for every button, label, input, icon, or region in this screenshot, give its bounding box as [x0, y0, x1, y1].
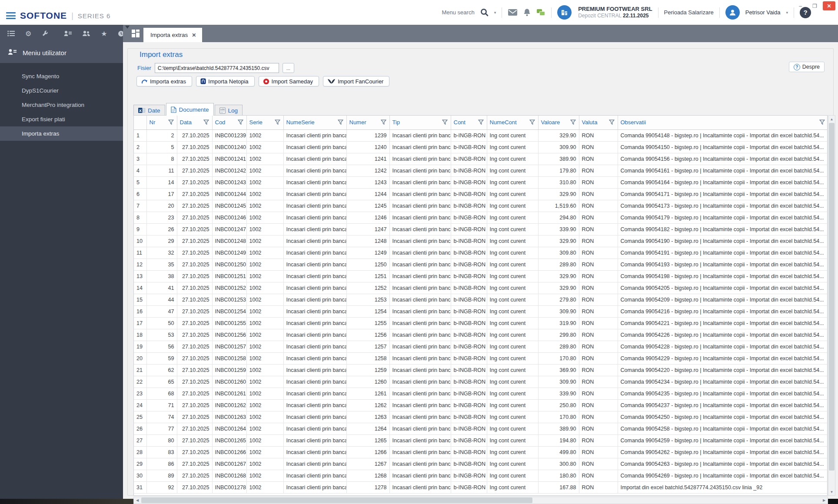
cell-valoare[interactable]: 329.90 — [538, 270, 579, 282]
cell-tip[interactable]: Incasari clienti prin banca — [389, 423, 451, 434]
cell-nr[interactable]: 59 — [146, 352, 177, 364]
cell-numer[interactable]: 1265 — [346, 434, 389, 446]
cell-observatii[interactable]: Comanda 99054164 - bigstep.ro | Incaltam… — [618, 176, 828, 188]
mail-icon[interactable] — [508, 9, 518, 16]
cell-numecont[interactable]: Ing cont curent — [487, 352, 538, 364]
cell-nr[interactable]: 83 — [146, 446, 177, 458]
cell-rowindex[interactable]: 29 — [134, 458, 146, 470]
scroll-down-icon[interactable]: ▼ — [828, 488, 835, 495]
cell-tip[interactable]: Incasari clienti prin banca — [389, 341, 451, 352]
table-row[interactable]: 308927.10.2025INBC0012681002Incasari cli… — [134, 470, 828, 481]
cell-nr[interactable]: 26 — [146, 223, 177, 235]
cell-valoare[interactable]: 250.80 — [538, 399, 579, 411]
cell-cod[interactable]: INBC001262 — [212, 399, 246, 411]
cell-numecont[interactable]: Ing cont curent — [487, 165, 538, 176]
cell-serie[interactable]: 1002 — [246, 235, 283, 247]
tab-documente[interactable]: Documente — [166, 103, 214, 116]
tab-log[interactable]: LOGLog — [215, 105, 243, 116]
cell-numer[interactable]: 1261 — [346, 388, 389, 399]
cell-observatii[interactable]: Comanda 99054190 - bigstep.ro | Incaltam… — [618, 235, 828, 247]
cell-data[interactable]: 27.10.2025 — [177, 188, 212, 200]
cell-observatii[interactable]: Comanda 99054226 - bigstep.ro | Incaltam… — [618, 329, 828, 341]
cell-valoare[interactable]: 289.80 — [538, 259, 579, 270]
cell-numecont[interactable]: Ing cont curent — [487, 364, 538, 376]
cell-nr[interactable]: 86 — [146, 458, 177, 470]
table-row[interactable]: 185327.10.2025INBC0012561002Incasari cli… — [134, 329, 828, 341]
cell-valoare[interactable]: 339.90 — [538, 223, 579, 235]
cell-serie[interactable]: 1002 — [246, 317, 283, 329]
cell-data[interactable]: 27.10.2025 — [177, 434, 212, 446]
cell-data[interactable]: 27.10.2025 — [177, 388, 212, 399]
sidebar-item-merchantpro-integration[interactable]: MerchantPro integration — [0, 98, 123, 112]
cell-nr[interactable]: 92 — [146, 481, 177, 493]
cell-rowindex[interactable]: 17 — [134, 317, 146, 329]
cell-nr[interactable]: 11 — [146, 165, 177, 176]
tools-wrench-icon[interactable] — [42, 30, 48, 37]
table-row[interactable]: 41127.10.2025INBC0012421002Incasari clie… — [134, 165, 828, 176]
cell-serie[interactable]: 1002 — [246, 376, 283, 388]
cell-tip[interactable]: Incasari clienti prin banca — [389, 458, 451, 470]
sidebar-item-importa-extras[interactable]: Importa extras — [0, 126, 123, 141]
cell-data[interactable]: 27.10.2025 — [177, 200, 212, 212]
cell-numer[interactable]: 1249 — [346, 247, 389, 259]
cell-cod[interactable]: INBC001267 — [212, 458, 246, 470]
cell-valuta[interactable]: RON — [579, 341, 618, 352]
search-icon[interactable] — [480, 8, 489, 17]
cell-tip[interactable]: Incasari clienti prin banca — [389, 388, 451, 399]
cell-tip[interactable]: Incasari clienti prin banca — [389, 376, 451, 388]
cell-numer[interactable]: 1251 — [346, 270, 389, 282]
users-group-icon[interactable] — [82, 30, 90, 36]
cell-cont[interactable]: b-INGB-RON — [451, 434, 487, 446]
cell-valuta[interactable]: RON — [579, 176, 618, 188]
cell-cod[interactable]: INBC001255 — [212, 317, 246, 329]
cell-cod[interactable]: INBC001258 — [212, 352, 246, 364]
cell-cod[interactable]: INBC001249 — [212, 247, 246, 259]
cell-cod[interactable]: INBC001242 — [212, 165, 246, 176]
cell-valoare[interactable]: 194.80 — [538, 434, 579, 446]
cell-numecont[interactable]: Ing cont curent — [487, 294, 538, 305]
cell-observatii[interactable]: Comanda 99054229 - bigstep.ro | Incaltam… — [618, 352, 828, 364]
cell-tip[interactable]: Incasari clienti prin banca — [389, 282, 451, 294]
cell-numecont[interactable]: Ing cont curent — [487, 129, 538, 141]
cell-rowindex[interactable]: 10 — [134, 235, 146, 247]
table-row[interactable]: 102927.10.2025INBC0012481002Incasari cli… — [134, 235, 828, 247]
cell-tip[interactable]: Incasari clienti prin banca — [389, 259, 451, 270]
cell-observatii[interactable]: Comanda 99054228 - bigstep.ro | Incaltam… — [618, 341, 828, 352]
cell-numer[interactable]: 1252 — [346, 282, 389, 294]
cell-valoare[interactable]: 329.90 — [538, 188, 579, 200]
cell-tip[interactable]: Incasari clienti prin banca — [389, 352, 451, 364]
cell-cod[interactable]: INBC001257 — [212, 341, 246, 352]
cell-nr[interactable]: 65 — [146, 376, 177, 388]
cell-valuta[interactable]: RON — [579, 259, 618, 270]
cell-rowindex[interactable]: 28 — [134, 446, 146, 458]
cell-observatii[interactable]: Comanda 99054161 - bigstep.ro | Incaltam… — [618, 165, 828, 176]
notifications-bell-icon[interactable] — [523, 8, 531, 17]
cell-data[interactable]: 27.10.2025 — [177, 153, 212, 165]
cell-numeserie[interactable]: Incasari clienti prin banca — [283, 270, 346, 282]
cell-numecont[interactable]: Ing cont curent — [487, 141, 538, 153]
cell-numecont[interactable]: Ing cont curent — [487, 176, 538, 188]
cell-cod[interactable]: INBC001245 — [212, 200, 246, 212]
cell-cod[interactable]: INBC001253 — [212, 294, 246, 305]
cell-valuta[interactable]: RON — [579, 470, 618, 481]
cell-numeserie[interactable]: Incasari clienti prin banca — [283, 223, 346, 235]
cell-valuta[interactable]: RON — [579, 188, 618, 200]
cell-data[interactable]: 27.10.2025 — [177, 399, 212, 411]
column-header-numeserie[interactable]: NumeSerie — [283, 116, 346, 129]
cell-valoare[interactable]: 310.80 — [538, 176, 579, 188]
cell-numer[interactable]: 1256 — [346, 329, 389, 341]
cell-numeserie[interactable]: Incasari clienti prin banca — [283, 165, 346, 176]
cell-numeserie[interactable]: Incasari clienti prin banca — [283, 481, 346, 493]
cell-data[interactable]: 27.10.2025 — [177, 129, 212, 141]
table-row[interactable]: 257427.10.2025INBC0012631002Incasari cli… — [134, 411, 828, 423]
cell-cod[interactable]: INBC001243 — [212, 176, 246, 188]
cell-data[interactable]: 27.10.2025 — [177, 481, 212, 493]
live-chat-icon[interactable] — [536, 9, 545, 16]
cell-valoare[interactable]: 309.90 — [538, 141, 579, 153]
cell-nr[interactable]: 44 — [146, 294, 177, 305]
import-sameday-button[interactable]: Import Sameday — [259, 76, 319, 86]
cell-rowindex[interactable]: 7 — [134, 200, 146, 212]
cell-valoare[interactable]: 499.80 — [538, 446, 579, 458]
cell-numer[interactable]: 1244 — [346, 188, 389, 200]
cell-tip[interactable]: Incasari clienti prin banca — [389, 212, 451, 223]
